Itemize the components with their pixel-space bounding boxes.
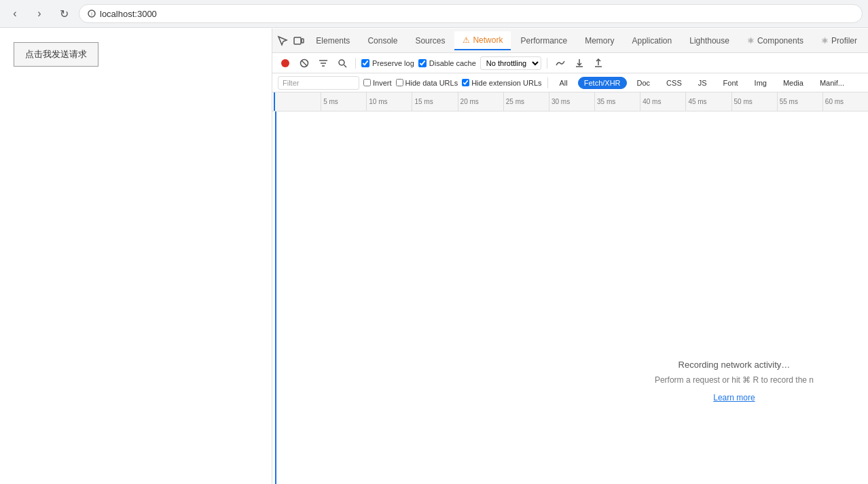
hide-extension-urls-checkbox-label[interactable]: Hide extension URLs: [462, 79, 541, 87]
address-bar[interactable]: i localhost:3000: [79, 4, 863, 23]
network-empty-state: Recording network activity… Perform a re…: [655, 360, 814, 402]
reload-button[interactable]: ↻: [54, 4, 73, 23]
filter-sep: [547, 77, 548, 88]
inspect-element-icon[interactable]: [275, 31, 290, 50]
tab-lighthouse-label: Lighthouse: [689, 36, 729, 46]
lock-icon: i: [88, 10, 96, 18]
timeline-tick: 50 ms: [731, 92, 753, 111]
preserve-log-checkbox[interactable]: [361, 59, 369, 67]
hide-data-urls-checkbox-label[interactable]: Hide data URLs: [396, 79, 458, 87]
back-button[interactable]: ‹: [5, 4, 24, 23]
timeline-tick: 25 ms: [503, 92, 524, 111]
tab-sources-label: Sources: [415, 36, 445, 46]
timeline-tick: 30 ms: [549, 92, 570, 111]
svg-line-8: [344, 65, 347, 67]
type-filter-img[interactable]: Img: [748, 77, 773, 89]
devtools-tab-bar: Elements Console Sources ⚠ Network Perfo…: [272, 29, 868, 53]
throttle-select[interactable]: No throttling Fast 3G Slow 3G Offline: [480, 56, 541, 70]
tab-memory[interactable]: Memory: [577, 31, 622, 50]
tab-console-label: Console: [367, 36, 397, 46]
type-filter-font[interactable]: Font: [717, 77, 744, 89]
send-request-button[interactable]: 点击我发送请求: [14, 42, 98, 67]
type-filter-fetch-xhr[interactable]: Fetch/XHR: [578, 77, 627, 89]
tab-performance-label: Performance: [520, 36, 567, 46]
separator-2: [547, 58, 547, 69]
tab-components-label: Components: [757, 36, 803, 46]
tab-elements[interactable]: Elements: [308, 31, 358, 50]
type-filter-css[interactable]: CSS: [660, 77, 688, 89]
hide-extension-urls-label: Hide extension URLs: [471, 79, 541, 87]
svg-rect-3: [302, 39, 304, 43]
type-filter-doc[interactable]: Doc: [631, 77, 657, 89]
tab-network[interactable]: ⚠ Network: [454, 31, 511, 50]
network-toolbar: Preserve log Disable cache No throttling…: [272, 53, 868, 73]
timeline-tick: 40 ms: [640, 92, 661, 111]
url-display: localhost:3000: [100, 9, 157, 19]
tab-application[interactable]: Application: [624, 31, 681, 50]
timeline-cursor: [275, 111, 276, 484]
network-conditions-icon[interactable]: [553, 56, 568, 71]
import-har-icon[interactable]: [591, 56, 606, 71]
export-har-icon[interactable]: [572, 56, 587, 71]
timeline-tick: 10 ms: [366, 92, 387, 111]
disable-cache-label: Disable cache: [429, 59, 476, 67]
hide-data-urls-checkbox[interactable]: [396, 79, 403, 86]
timeline-tick: 45 ms: [685, 92, 706, 111]
svg-line-6: [302, 60, 307, 66]
timeline-header: 5 ms10 ms15 ms20 ms25 ms30 ms35 ms40 ms4…: [272, 92, 868, 111]
svg-point-7: [339, 60, 344, 65]
recording-title: Recording network activity…: [655, 360, 814, 370]
type-filter-manifest[interactable]: Manif...: [814, 77, 850, 89]
timeline-tick: 20 ms: [458, 92, 479, 111]
separator-1: [355, 58, 356, 69]
svg-text:i: i: [91, 12, 92, 16]
invert-checkbox[interactable]: [363, 79, 371, 86]
browser-toolbar: ‹ › ↻ i localhost:3000: [0, 0, 868, 27]
preserve-log-checkbox-label[interactable]: Preserve log: [361, 59, 414, 67]
tab-profiler[interactable]: ⚛ Profiler: [813, 31, 865, 50]
timeline-tick: 60 ms: [822, 92, 844, 111]
tab-memory-label: Memory: [585, 36, 614, 46]
timeline-tick: 35 ms: [594, 92, 615, 111]
hide-extension-urls-checkbox[interactable]: [462, 79, 469, 86]
invert-checkbox-label[interactable]: Invert: [363, 79, 392, 87]
forward-button[interactable]: ›: [30, 4, 49, 23]
components-icon: ⚛: [747, 36, 755, 46]
preserve-log-label: Preserve log: [372, 59, 414, 67]
filter-bar: Invert Hide data URLs Hide extension URL…: [272, 73, 868, 92]
tab-components[interactable]: ⚛ Components: [739, 31, 812, 50]
tab-lighthouse[interactable]: Lighthouse: [681, 31, 738, 50]
record-button[interactable]: [278, 56, 293, 71]
device-toolbar-icon[interactable]: [291, 31, 306, 50]
browser-chrome: ‹ › ↻ i localhost:3000: [0, 0, 868, 28]
tab-performance[interactable]: Performance: [512, 31, 575, 50]
disable-cache-checkbox[interactable]: [418, 59, 427, 67]
type-filter-all[interactable]: All: [554, 77, 574, 89]
filter-icon-btn[interactable]: [316, 56, 331, 71]
svg-rect-2: [294, 37, 301, 44]
tab-application-label: Application: [632, 36, 672, 46]
timeline-ticks: 5 ms10 ms15 ms20 ms25 ms30 ms35 ms40 ms4…: [275, 92, 868, 111]
timeline-tick: 55 ms: [777, 92, 798, 111]
disable-cache-checkbox-label[interactable]: Disable cache: [418, 59, 476, 67]
type-filter-media[interactable]: Media: [777, 77, 810, 89]
page-content: 点击我发送请求: [0, 29, 272, 484]
tab-elements-label: Elements: [316, 36, 350, 46]
learn-more-link[interactable]: Learn more: [713, 393, 755, 402]
tab-sources[interactable]: Sources: [407, 31, 453, 50]
tab-console[interactable]: Console: [359, 31, 405, 50]
recording-subtitle: Perform a request or hit ⌘ R to record t…: [655, 375, 814, 385]
clear-button[interactable]: [297, 56, 312, 71]
type-filter-js[interactable]: JS: [692, 77, 713, 89]
tab-network-label: Network: [473, 35, 503, 45]
hide-data-urls-label: Hide data URLs: [405, 79, 458, 87]
warning-icon: ⚠: [463, 35, 470, 45]
invert-label: Invert: [373, 79, 392, 87]
filter-input[interactable]: [278, 76, 359, 90]
search-button[interactable]: [335, 56, 350, 71]
tab-profiler-label: Profiler: [831, 36, 857, 46]
timeline-tick: 15 ms: [412, 92, 433, 111]
svg-point-4: [281, 59, 289, 67]
devtools-panel: Elements Console Sources ⚠ Network Perfo…: [272, 29, 868, 484]
network-main-area: Recording network activity… Perform a re…: [272, 111, 868, 484]
